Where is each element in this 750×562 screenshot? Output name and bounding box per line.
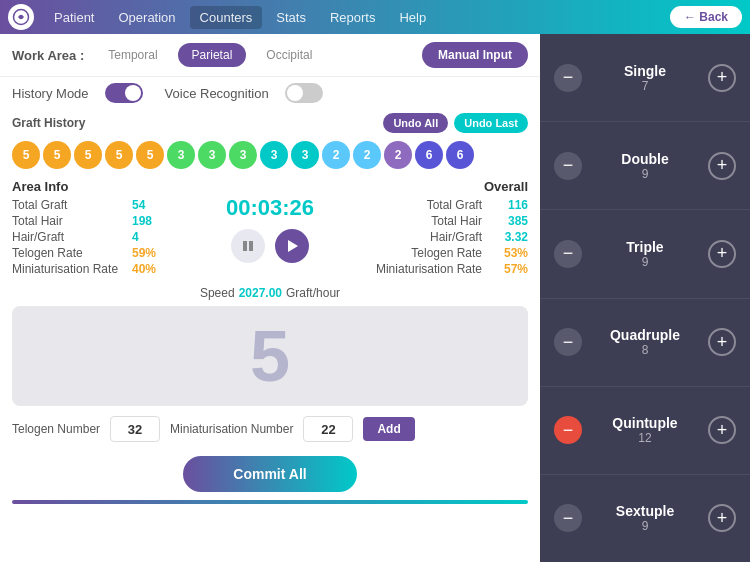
- bottom-inputs: Telogen Number Miniaturisation Number Ad…: [0, 410, 540, 448]
- single-minus-button[interactable]: −: [554, 64, 582, 92]
- back-button[interactable]: ← Back: [670, 6, 742, 28]
- bubble-11[interactable]: 2: [322, 141, 350, 169]
- overall-section: Overall Total Graft116 Total Hair385 Hai…: [334, 179, 528, 278]
- ov-total-graft-label: Total Graft: [427, 198, 482, 212]
- voice-recognition-toggle[interactable]: [285, 83, 323, 103]
- single-plus-button[interactable]: +: [708, 64, 736, 92]
- bubble-8[interactable]: 3: [229, 141, 257, 169]
- double-minus-button[interactable]: −: [554, 152, 582, 180]
- counter-sextuple-info: Sextuple 9: [616, 503, 674, 533]
- triple-minus-button[interactable]: −: [554, 240, 582, 268]
- speed-value: 2027.00: [239, 286, 282, 300]
- bubble-10[interactable]: 3: [291, 141, 319, 169]
- commit-all-button[interactable]: Commit All: [183, 456, 356, 492]
- bubble-7[interactable]: 3: [198, 141, 226, 169]
- history-mode-row: History Mode Voice Recognition: [0, 77, 540, 109]
- quadruple-name: Quadruple: [610, 327, 680, 343]
- telogen-rate-value: 59%: [132, 246, 156, 260]
- sextuple-plus-button[interactable]: +: [708, 504, 736, 532]
- nav-counters[interactable]: Counters: [190, 6, 263, 29]
- counter-single-info: Single 7: [624, 63, 666, 93]
- counter-quintuple: − Quintuple 12 +: [540, 387, 750, 475]
- ov-telogen-rate-label: Telogen Rate: [411, 246, 482, 260]
- work-area-parietal[interactable]: Parietal: [178, 43, 247, 67]
- nav-stats[interactable]: Stats: [266, 6, 316, 29]
- commit-area: Commit All: [0, 448, 540, 500]
- work-area-temporal[interactable]: Temporal: [94, 43, 171, 67]
- voice-recognition-label: Voice Recognition: [165, 86, 269, 101]
- nav-patient[interactable]: Patient: [44, 6, 104, 29]
- bubble-4[interactable]: 5: [105, 141, 133, 169]
- ov-mini-rate-label: Miniaturisation Rate: [376, 262, 482, 276]
- pause-button[interactable]: [231, 229, 265, 263]
- left-panel: Work Area : Temporal Parietal Occipital …: [0, 34, 540, 562]
- bubble-6[interactable]: 3: [167, 141, 195, 169]
- bubble-14[interactable]: 6: [415, 141, 443, 169]
- bottom-bar: [12, 500, 528, 504]
- quadruple-plus-button[interactable]: +: [708, 328, 736, 356]
- work-area-occipital[interactable]: Occipital: [252, 43, 326, 67]
- quadruple-minus-button[interactable]: −: [554, 328, 582, 356]
- top-nav: Patient Operation Counters Stats Reports…: [0, 0, 750, 34]
- total-hair-value: 198: [132, 214, 152, 228]
- bubble-2[interactable]: 5: [43, 141, 71, 169]
- bubble-15[interactable]: 6: [446, 141, 474, 169]
- timer-controls: [231, 229, 309, 263]
- ov-total-graft-value: 116: [488, 198, 528, 212]
- speed-label: Speed: [200, 286, 235, 300]
- hair-graft-label: Hair/Graft: [12, 230, 132, 244]
- svg-rect-2: [249, 241, 253, 251]
- quintuple-count: 12: [612, 431, 677, 445]
- speed-row: Speed 2027.00 Graft/hour: [0, 284, 540, 302]
- sextuple-name: Sextuple: [616, 503, 674, 519]
- nav-help[interactable]: Help: [389, 6, 436, 29]
- timer-display: 00:03:26: [226, 195, 314, 221]
- quintuple-plus-button[interactable]: +: [708, 416, 736, 444]
- area-info: Area Info Total Graft54 Total Hair198 Ha…: [12, 179, 206, 278]
- ov-mini-rate-value: 57%: [488, 262, 528, 276]
- nav-operation[interactable]: Operation: [108, 6, 185, 29]
- bubble-13[interactable]: 2: [384, 141, 412, 169]
- undo-buttons: Undo All Undo Last: [383, 113, 528, 133]
- counter-quintuple-info: Quintuple 12: [612, 415, 677, 445]
- telogen-number-input[interactable]: [110, 416, 160, 442]
- mini-rate-value: 40%: [132, 262, 156, 276]
- triple-name: Triple: [626, 239, 663, 255]
- bubble-3[interactable]: 5: [74, 141, 102, 169]
- mini-number-label: Miniaturisation Number: [170, 422, 293, 436]
- counter-quadruple-info: Quadruple 8: [610, 327, 680, 357]
- bubble-12[interactable]: 2: [353, 141, 381, 169]
- nav-items: Patient Operation Counters Stats Reports…: [44, 6, 670, 29]
- quadruple-count: 8: [610, 343, 680, 357]
- double-plus-button[interactable]: +: [708, 152, 736, 180]
- quintuple-minus-button[interactable]: −: [554, 416, 582, 444]
- big-number-area: 5: [12, 306, 528, 406]
- right-panel: − Single 7 + − Double 9 + − Triple 9 + −: [540, 34, 750, 562]
- ov-telogen-rate-value: 53%: [488, 246, 528, 260]
- telogen-number-label: Telogen Number: [12, 422, 100, 436]
- history-mode-label: History Mode: [12, 86, 89, 101]
- sextuple-minus-button[interactable]: −: [554, 504, 582, 532]
- triple-plus-button[interactable]: +: [708, 240, 736, 268]
- double-name: Double: [621, 151, 668, 167]
- ov-hair-graft-value: 3.32: [488, 230, 528, 244]
- graft-history-header: Graft History Undo All Undo Last: [0, 109, 540, 137]
- counter-double-info: Double 9: [621, 151, 668, 181]
- speed-unit: Graft/hour: [286, 286, 340, 300]
- quintuple-name: Quintuple: [612, 415, 677, 431]
- total-graft-label: Total Graft: [12, 198, 132, 212]
- bubble-9[interactable]: 3: [260, 141, 288, 169]
- undo-all-button[interactable]: Undo All: [383, 113, 448, 133]
- add-button[interactable]: Add: [363, 417, 414, 441]
- play-button[interactable]: [275, 229, 309, 263]
- area-info-section: Area Info Total Graft54 Total Hair198 Ha…: [0, 173, 540, 284]
- undo-last-button[interactable]: Undo Last: [454, 113, 528, 133]
- svg-marker-3: [288, 240, 298, 252]
- ov-total-hair-label: Total Hair: [431, 214, 482, 228]
- nav-reports[interactable]: Reports: [320, 6, 386, 29]
- mini-number-input[interactable]: [303, 416, 353, 442]
- bubble-1[interactable]: 5: [12, 141, 40, 169]
- bubble-5[interactable]: 5: [136, 141, 164, 169]
- manual-input-button[interactable]: Manual Input: [422, 42, 528, 68]
- history-mode-toggle[interactable]: [105, 83, 143, 103]
